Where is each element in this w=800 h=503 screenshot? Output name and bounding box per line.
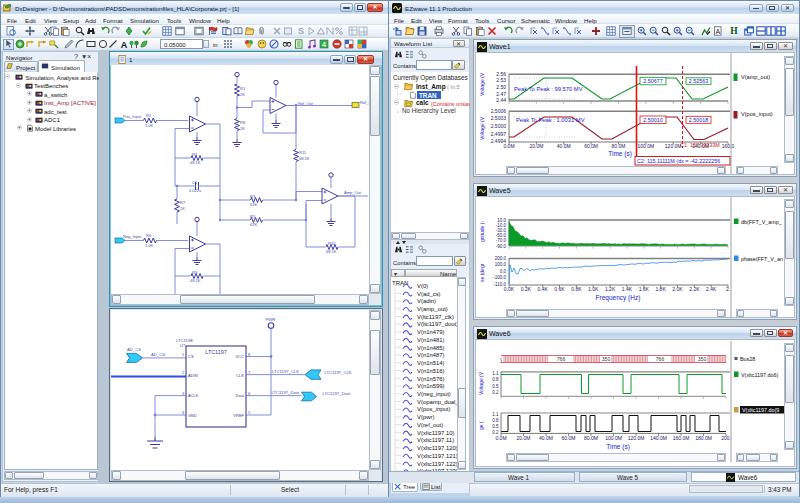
svg-text:V(ltc1197_clk): V(ltc1197_clk) [417,314,454,320]
svg-text:68.1K: 68.1K [299,156,310,161]
svg-text:}: } [500,357,502,363]
svg-text:V(pwr): V(pwr) [417,414,434,420]
svg-text:120.0M: 120.0M [628,435,645,441]
svg-text:S: S [298,26,304,36]
svg-text:V(xltc1197.11): V(xltc1197.11) [417,437,454,443]
svg-text:V(n1n599): V(n1n599) [417,383,445,389]
svg-text:1.8K: 1.8K [655,286,666,292]
svg-text:0.4K: 0.4K [538,286,549,292]
svg-text:V(amp_out): V(amp_out) [417,306,448,312]
svg-text:2.50010: 2.50010 [643,117,663,123]
svg-text:0.5: 0.5 [492,384,499,389]
svg-text:Frequency (Hz): Frequency (Hz) [596,294,641,302]
svg-text:0.022u: 0.022u [189,188,201,193]
svg-text:db(FFT_V_amp_: db(FFT_V_amp_ [741,219,783,225]
svg-text:2.5006: 2.5006 [491,108,507,114]
svg-text:V(n1n485): V(n1n485) [417,345,445,351]
svg-text:0.2: 0.2 [492,390,499,395]
svg-text:2.50677: 2.50677 [643,78,663,84]
svg-text:V(xltc1197.do(9: V(xltc1197.do(9 [742,407,779,413]
svg-text:140.0M: 140.0M [650,435,667,441]
svg-text:gnitude (-: gnitude (- [479,221,485,242]
svg-text:H: H [730,26,738,36]
svg-text:C2: 115.11111M (dx = -42.22222: C2: 115.11111M (dx = -42.2222256 [637,158,720,164]
svg-text:0.0K: 0.0K [504,286,515,292]
svg-text:V(xltc1197.120): V(xltc1197.120) [417,445,457,451]
svg-text:ge (: ge ( [478,421,484,430]
svg-text:200.0: 200.0 [495,256,507,261]
svg-text:R9: R9 [192,270,198,275]
svg-text:8: 8 [248,352,251,357]
svg-text:V(neg_input): V(neg_input) [417,391,451,397]
svg-text:2.: 2. [726,286,730,292]
svg-text:1.1: 1.1 [492,412,499,417]
svg-text:0.2K: 0.2K [521,286,532,292]
svg-text:62K: 62K [250,222,257,227]
svg-text:2: 2 [182,370,185,375]
svg-text:Amp_Out: Amp_Out [344,190,362,195]
svg-text:20.0M: 20.0M [517,435,531,441]
svg-text:V(xltc1197.10): V(xltc1197.10) [417,430,455,436]
svg-text:LTC1197_CLK: LTC1197_CLK [272,369,299,374]
svg-text:PWR: PWR [266,317,276,322]
svg-text:R5: R5 [250,214,256,219]
svg-text:V(n1n481): V(n1n481) [417,337,445,343]
svg-text:R7: R7 [180,200,186,205]
svg-text:2.4997: 2.4997 [491,131,507,137]
svg-text:3: 3 [182,391,185,396]
svg-text:V(pos_input): V(pos_input) [417,406,450,412]
svg-text:0.0: 0.0 [500,269,507,274]
svg-text:A: A [715,28,720,35]
svg-text:1.2K: 1.2K [605,286,616,292]
svg-text:6: 6 [248,391,251,396]
svg-text:160.0: 160.0 [722,143,735,149]
svg-text:V(xltc1197.do6): V(xltc1197.do6) [741,372,779,378]
svg-text:Bus28: Bus28 [740,356,755,362]
svg-text:C1: C1 [192,180,198,185]
svg-text:Ref_O: Ref_O [360,100,369,105]
svg-text:1.6K: 1.6K [639,286,650,292]
svg-text:1.0K: 1.0K [145,123,154,128]
svg-text:2.53: 2.53 [496,77,506,83]
svg-text:62K: 62K [250,202,257,207]
svg-text:U?: U? [180,343,186,348]
svg-text:R10: R10 [328,241,336,246]
svg-text:2.47: 2.47 [496,91,506,97]
svg-text:LTC1197: LTC1197 [205,349,226,355]
svg-text:0.0M: 0.0M [503,143,514,149]
svg-text:2.56: 2.56 [496,71,506,77]
svg-text:0.5: 0.5 [492,424,499,429]
svg-text:R2: R2 [146,113,152,118]
svg-text:V(amp_out): V(amp_out) [741,74,770,80]
svg-text:Time (s): Time (s) [606,443,630,451]
svg-text:2K: 2K [180,206,185,211]
svg-text:0.8K: 0.8K [571,286,582,292]
svg-text:A: A [121,40,128,49]
svg-text:V(n1n514): V(n1n514) [417,360,445,366]
svg-text:1.0K: 1.0K [588,286,599,292]
svg-text:GND: GND [188,413,197,418]
svg-text:2K: 2K [240,92,245,97]
svg-text:AD_CS: AD_CS [127,347,141,352]
svg-text:2K: 2K [240,126,245,131]
svg-text:R6: R6 [146,233,152,238]
svg-text:-90.0: -90.0 [496,244,507,249]
svg-text:V(opamp_dual_vi: V(opamp_dual_vi [417,399,457,405]
svg-text:1: 1 [182,352,185,357]
svg-text:20.0M: 20.0M [529,143,543,149]
svg-text:V(ad_cs): V(ad_cs) [417,291,441,297]
svg-text:V(n1n487): V(n1n487) [417,352,445,358]
svg-text:ACLK: ACLK [188,393,199,398]
svg-text:60.0M: 60.0M [584,143,598,149]
svg-text:0.6K: 0.6K [554,286,565,292]
svg-text:0.2: 0.2 [492,430,499,435]
svg-text:VCC: VCC [236,354,245,359]
svg-text:350: 350 [602,356,611,362]
svg-text:1.0K: 1.0K [145,243,154,248]
svg-text:350: 350 [698,356,707,362]
svg-text:766: 766 [557,356,566,362]
svg-text:0.0M: 0.0M [495,435,506,441]
svg-text:100.0M: 100.0M [638,143,655,149]
svg-text:68.1K: 68.1K [326,249,337,254]
svg-text:phase(FFT_V_an: phase(FFT_V_an [741,256,783,262]
